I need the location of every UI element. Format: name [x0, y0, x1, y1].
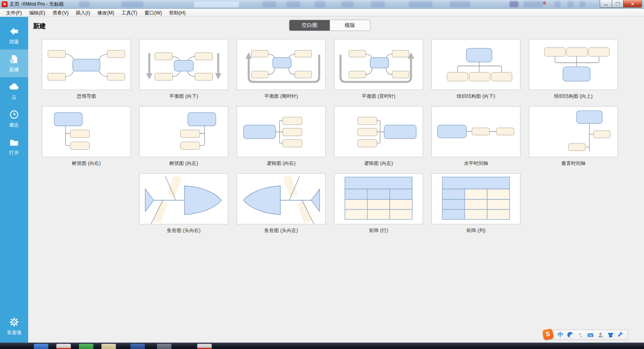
- template-label: 鱼骨图 (头向右): [139, 227, 228, 234]
- template-card-mind-map[interactable]: 思维导图: [42, 39, 131, 100]
- tab-blank-maps[interactable]: 空白图: [289, 20, 330, 31]
- fishbone-head-left-thumbnail: [237, 174, 325, 224]
- taskbar[interactable]: [0, 343, 644, 349]
- half-full-width-moon-icon[interactable]: [567, 331, 574, 339]
- sidebar-item-cloud[interactable]: 云: [0, 77, 28, 105]
- folder-icon: [9, 137, 19, 148]
- menu-modify[interactable]: 修改(M): [94, 9, 118, 17]
- tree-left-thumbnail: [140, 107, 228, 157]
- logic-left-thumbnail: [334, 107, 423, 157]
- titlebar-ghost-artifact: [79, 1, 89, 7]
- sogou-logo-icon[interactable]: S: [542, 328, 554, 340]
- minimize-icon: [604, 4, 608, 6]
- sidebar-item-label: 云: [12, 94, 17, 101]
- template-card-tree-left[interactable]: 树状图 (向左): [139, 106, 228, 167]
- sidebar-item-recent[interactable]: 最近: [0, 105, 28, 133]
- taskbar-app-icon[interactable]: [101, 344, 116, 349]
- logic-right-thumbnail: [237, 107, 325, 157]
- template-card-horizontal-timeline[interactable]: 水平时间轴: [431, 106, 520, 167]
- template-card-fishbone-head-right[interactable]: 鱼骨图 (头向右): [139, 173, 228, 234]
- xmind-logo-icon: [2, 1, 8, 7]
- titlebar-ghost-artifact: [122, 1, 143, 7]
- template-label: 垂直时间轴: [529, 160, 618, 167]
- sidebar-item-label: 打开: [9, 150, 19, 156]
- sidebar-item-label: 最近: [9, 122, 19, 129]
- template-card-logic-right[interactable]: 逻辑图 (向右): [237, 106, 326, 167]
- template-label: 矩阵 (行): [334, 227, 423, 234]
- taskbar-app-icon[interactable]: [34, 344, 48, 349]
- template-label: 平衡图 (顺时针): [237, 93, 326, 100]
- content-header: 新建 空白图 模版: [28, 17, 644, 39]
- menu-file[interactable]: 文件(F): [2, 9, 25, 17]
- titlebar-ghost-artifact: [194, 1, 239, 7]
- sidebar-item-new[interactable]: 新建: [0, 49, 28, 77]
- new-document-icon: [9, 54, 19, 64]
- menu-edit[interactable]: 编辑(E): [25, 9, 49, 17]
- view-tabs: 空白图 模版: [289, 20, 370, 31]
- template-card-matrix-row[interactable]: 矩阵 (行): [334, 173, 423, 234]
- template-card-fishbone-head-left[interactable]: 鱼骨图 (头向左): [237, 173, 326, 234]
- close-icon: ×: [631, 0, 634, 7]
- template-label: 逻辑图 (向右): [237, 160, 326, 167]
- sidebar-item-open[interactable]: 打开: [0, 133, 28, 160]
- template-card-matrix-column[interactable]: 矩阵 (列): [431, 173, 520, 234]
- settings-wrench-icon[interactable]: [617, 331, 624, 339]
- punctuation-icon[interactable]: °,: [577, 331, 584, 339]
- template-grid: 思维导图 平衡图 (向下): [42, 39, 644, 234]
- template-card-vertical-timeline[interactable]: 垂直时间轴: [529, 106, 618, 167]
- template-card-org-chart-up[interactable]: 组织结构图 (向上): [529, 39, 618, 100]
- fishbone-head-right-thumbnail: [140, 174, 228, 224]
- template-card-balance-clockwise[interactable]: 平衡图 (顺时针): [237, 39, 326, 100]
- skin-icon[interactable]: [607, 331, 614, 339]
- titlebar-ghost-artifact: [543, 2, 546, 4]
- template-label: 树状图 (向右): [42, 160, 131, 167]
- balance-down-thumbnail: [140, 39, 228, 90]
- close-button[interactable]: ×: [623, 0, 642, 8]
- titlebar-ghost-artifact: [580, 1, 585, 7]
- titlebar-ghost-artifact: [341, 1, 353, 7]
- ime-toolbar: S 中 °,: [546, 330, 628, 340]
- template-label: 思维导图: [42, 93, 131, 100]
- tab-templates[interactable]: 模版: [330, 20, 370, 31]
- taskbar-app-icon[interactable]: [56, 344, 71, 349]
- menu-view[interactable]: 查看(V): [49, 9, 72, 17]
- mind-map-thumbnail: [42, 39, 130, 90]
- balance-counterclockwise-thumbnail: [334, 39, 423, 90]
- sidebar-item-label: 回退: [9, 39, 19, 45]
- sidebar: 回退 新建 云 最近: [0, 17, 28, 343]
- matrix-row-thumbnail: [334, 174, 423, 224]
- template-card-tree-right[interactable]: 树状图 (向右): [42, 106, 131, 167]
- titlebar: 主页 -XMind Pro - 无标题 ×: [0, 0, 644, 9]
- taskbar-app-icon[interactable]: [157, 344, 171, 349]
- balance-clockwise-thumbnail: [237, 39, 325, 90]
- maximize-button[interactable]: [612, 0, 623, 8]
- template-card-balance-counterclockwise[interactable]: 平衡图 (逆时针): [334, 39, 423, 100]
- minimize-button[interactable]: [600, 0, 612, 8]
- window-title: 主页 -XMind Pro - 无标题: [10, 1, 64, 8]
- menu-bar: 文件(F) 编辑(E) 查看(V) 插入(I) 修改(M) 工具(T) 窗口(W…: [0, 9, 644, 17]
- account-icon[interactable]: [597, 331, 604, 339]
- cloud-icon: [9, 82, 19, 92]
- template-card-org-chart-down[interactable]: 组织结构图 (向下): [431, 39, 520, 100]
- template-label: 鱼骨图 (头向左): [237, 227, 326, 234]
- template-card-logic-left[interactable]: 逻辑图 (向左): [334, 106, 423, 167]
- taskbar-app-icon[interactable]: [197, 344, 212, 349]
- menu-window[interactable]: 窗口(W): [141, 9, 165, 17]
- taskbar-app-icon[interactable]: [130, 344, 145, 349]
- titlebar-ghost-artifact: [262, 1, 276, 7]
- menu-help[interactable]: 帮助(H): [165, 9, 189, 17]
- template-label: 矩阵 (列): [431, 227, 520, 234]
- main-area: 回退 新建 云 最近: [0, 17, 644, 343]
- sidebar-item-preferences[interactable]: 首选项: [0, 312, 28, 340]
- tree-right-thumbnail: [42, 107, 130, 157]
- back-arrow-icon: [9, 26, 19, 37]
- soft-keyboard-icon[interactable]: [587, 331, 594, 339]
- clock-icon: [9, 109, 19, 120]
- template-card-balance-down[interactable]: 平衡图 (向下): [139, 39, 228, 100]
- vertical-timeline-thumbnail: [529, 107, 617, 157]
- chinese-mode-icon[interactable]: 中: [557, 331, 564, 339]
- taskbar-app-icon[interactable]: [79, 344, 93, 349]
- sidebar-item-back[interactable]: 回退: [0, 22, 28, 49]
- menu-insert[interactable]: 插入(I): [72, 9, 93, 17]
- menu-tools[interactable]: 工具(T): [118, 9, 141, 17]
